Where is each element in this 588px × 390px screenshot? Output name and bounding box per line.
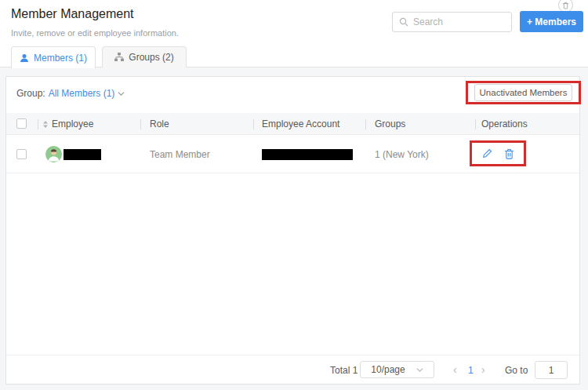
- org-chart-icon: [114, 53, 124, 62]
- table-header: Employee Role Employee Account Groups Op…: [6, 113, 579, 135]
- header-employee-account: Employee Account: [262, 118, 339, 129]
- select-all-checkbox[interactable]: [16, 118, 27, 129]
- column-divider: [38, 119, 38, 129]
- cell-groups: 1 (New York): [375, 149, 429, 160]
- add-members-button[interactable]: + Members: [520, 11, 583, 32]
- tab-members-label: Members (1): [34, 53, 87, 64]
- tab-bar: Members (1) Groups (2): [0, 46, 588, 67]
- column-divider: [365, 119, 366, 129]
- unactivated-members-button[interactable]: Unactivated Members: [474, 84, 572, 101]
- goto-label: Go to: [505, 365, 528, 376]
- header-employee[interactable]: Employee: [52, 118, 93, 129]
- prev-page-button[interactable]: ‹: [453, 363, 457, 376]
- page-title: Member Management: [11, 7, 134, 21]
- pagination-bar: Total 1 10/page ‹ 1 › Go to: [6, 355, 579, 384]
- annotation-box-operations: [470, 140, 526, 166]
- table-row: Team Member 1 (New York): [6, 135, 579, 173]
- filter-row: Group: All Members (1) Unactivated Membe…: [6, 77, 579, 113]
- header-operations: Operations: [481, 118, 528, 129]
- group-filter-value: All Members (1): [49, 88, 115, 99]
- column-divider: [253, 119, 254, 129]
- avatar: [45, 146, 62, 162]
- chevron-down-icon: [416, 367, 423, 373]
- sort-arrows-icon[interactable]: [42, 121, 49, 128]
- employee-name-redacted: [64, 149, 101, 160]
- members-panel: Group: All Members (1) Unactivated Membe…: [5, 76, 580, 385]
- page-size-select[interactable]: 10/page: [360, 361, 434, 378]
- annotation-box-unactivated: Unactivated Members: [466, 81, 581, 104]
- page-subtitle: Invite, remove or edit employee informat…: [11, 28, 179, 38]
- cell-role: Team Member: [150, 149, 210, 160]
- header-role: Role: [150, 118, 169, 129]
- group-filter-label: Group:: [16, 88, 45, 99]
- next-page-button[interactable]: ›: [481, 363, 485, 376]
- trash-icon: [562, 2, 569, 9]
- column-divider: [140, 119, 141, 129]
- search-input[interactable]: [413, 16, 499, 27]
- person-icon: [20, 53, 29, 63]
- row-checkbox[interactable]: [16, 149, 27, 159]
- page-number-1[interactable]: 1: [468, 365, 474, 376]
- pagination-total: Total 1: [330, 365, 358, 376]
- member-management-screen: Member Management Invite, remove or edit…: [0, 0, 588, 390]
- page-size-value: 10/page: [371, 364, 405, 375]
- goto-page-input[interactable]: [535, 361, 568, 379]
- header-groups: Groups: [375, 118, 405, 129]
- edit-icon[interactable]: [481, 148, 492, 159]
- search-box[interactable]: [392, 12, 512, 32]
- group-filter-dropdown[interactable]: Group: All Members (1): [16, 88, 125, 99]
- delete-icon[interactable]: [504, 148, 515, 159]
- employee-account-redacted: [262, 149, 353, 160]
- column-divider: [475, 119, 476, 129]
- tab-groups-label: Groups (2): [129, 52, 173, 63]
- tab-members[interactable]: Members (1): [11, 46, 96, 68]
- search-icon: [399, 17, 408, 27]
- tab-groups[interactable]: Groups (2): [102, 46, 187, 67]
- chevron-down-icon: [118, 91, 125, 97]
